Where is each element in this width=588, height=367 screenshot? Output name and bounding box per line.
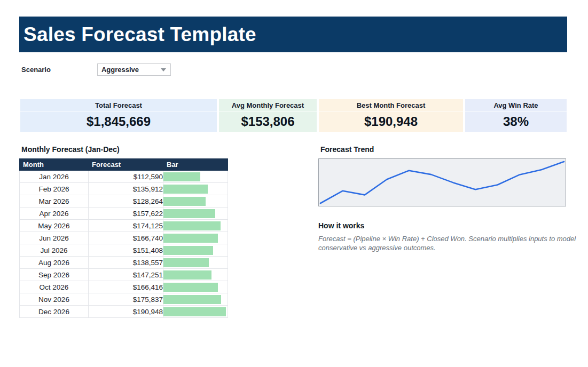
forecast-cell: $112,590 xyxy=(89,171,163,183)
kpi-card-best-month-forecast: Best Month Forecast $190,948 xyxy=(319,99,463,132)
bar-cell xyxy=(163,171,228,183)
scenario-dropdown[interactable]: Aggressive xyxy=(97,63,171,76)
kpi-label: Best Month Forecast xyxy=(319,99,463,111)
value-bar xyxy=(163,172,200,181)
kpi-value: $190,948 xyxy=(319,111,463,132)
page: Sales Forecast Template Scenario Aggress… xyxy=(0,0,588,367)
table-row: Feb 2026$135,912 xyxy=(20,183,228,195)
month-cell: Jun 2026 xyxy=(20,232,89,244)
bar-cell xyxy=(163,281,228,293)
bar-cell xyxy=(163,293,228,306)
month-cell: May 2026 xyxy=(20,220,89,232)
kpi-label: Avg Win Rate xyxy=(465,99,567,111)
forecast-cell: $138,557 xyxy=(89,257,163,269)
scenario-label: Scenario xyxy=(19,66,51,74)
forecast-cell: $166,740 xyxy=(89,232,163,244)
trend-line-svg xyxy=(319,159,566,206)
bar-cell xyxy=(163,257,228,269)
kpi-value: $153,806 xyxy=(219,111,317,132)
value-bar xyxy=(163,270,211,280)
forecast-cell: $151,408 xyxy=(89,244,163,257)
kpi-value: $1,845,669 xyxy=(20,111,217,132)
table-row: May 2026$174,125 xyxy=(20,220,228,232)
table-row: Mar 2026$128,264 xyxy=(20,195,228,208)
value-bar xyxy=(163,283,218,292)
month-cell: Apr 2026 xyxy=(20,208,89,220)
month-cell: Jul 2026 xyxy=(20,244,89,257)
value-bar xyxy=(163,307,226,316)
app-header: Sales Forecast Template xyxy=(19,17,567,52)
table-row: Sep 2026$147,251 xyxy=(20,269,228,281)
bar-cell xyxy=(163,306,228,318)
bar-cell xyxy=(163,195,228,208)
forecast-cell: $174,125 xyxy=(89,220,163,232)
column-header-month: Month xyxy=(20,159,89,171)
forecast-cell: $157,622 xyxy=(89,208,163,220)
page-title: Sales Forecast Template xyxy=(23,23,256,46)
forecast-trend-title: Forecast Trend xyxy=(318,145,584,154)
value-bar xyxy=(163,234,218,243)
table-row: Dec 2026$190,948 xyxy=(20,306,228,318)
table-header-row: Month Forecast Bar xyxy=(20,159,228,171)
value-bar xyxy=(163,295,221,304)
forecast-cell: $190,948 xyxy=(89,306,163,318)
value-bar xyxy=(163,258,209,267)
bar-cell xyxy=(163,208,228,220)
month-cell: Feb 2026 xyxy=(20,183,89,195)
bar-cell xyxy=(163,269,228,281)
how-it-works-body: Forecast = (Pipeline × Win Rate) + Close… xyxy=(318,234,584,252)
value-bar xyxy=(163,246,213,255)
table-row: Jan 2026$112,590 xyxy=(20,171,228,183)
kpi-card-avg-monthly-forecast: Avg Monthly Forecast $153,806 xyxy=(219,99,317,132)
forecast-cell: $128,264 xyxy=(89,195,163,208)
scenario-row: Scenario Aggressive xyxy=(19,63,567,76)
chevron-down-icon xyxy=(161,68,166,71)
forecast-trend-chart xyxy=(318,158,566,206)
table-row: Oct 2026$166,416 xyxy=(20,281,228,293)
value-bar xyxy=(163,209,215,218)
kpi-card-avg-win-rate: Avg Win Rate 38% xyxy=(465,99,567,132)
table-row: Jun 2026$166,740 xyxy=(20,232,228,244)
column-header-forecast: Forecast xyxy=(89,159,163,171)
forecast-cell: $147,251 xyxy=(89,269,163,281)
month-cell: Dec 2026 xyxy=(20,306,89,318)
monthly-forecast-section: Monthly Forecast (Jan-Dec) Month Forecas… xyxy=(19,145,228,318)
month-cell: Oct 2026 xyxy=(20,281,89,293)
month-cell: Sep 2026 xyxy=(20,269,89,281)
table-row: Jul 2026$151,408 xyxy=(20,244,228,257)
bar-cell xyxy=(163,220,228,232)
month-cell: Nov 2026 xyxy=(20,293,89,306)
table-row: Aug 2026$138,557 xyxy=(20,257,228,269)
bar-cell xyxy=(163,244,228,257)
bar-cell xyxy=(163,232,228,244)
value-bar xyxy=(163,197,206,206)
forecast-table-body: Jan 2026$112,590Feb 2026$135,912Mar 2026… xyxy=(20,171,228,318)
kpi-label: Total Forecast xyxy=(20,99,217,111)
month-cell: Mar 2026 xyxy=(20,195,89,208)
kpi-row: Total Forecast $1,845,669 Avg Monthly Fo… xyxy=(19,99,567,132)
trend-line xyxy=(320,162,564,203)
scenario-selected-value: Aggressive xyxy=(101,66,139,74)
forecast-cell: $175,837 xyxy=(89,293,163,306)
table-row: Nov 2026$175,837 xyxy=(20,293,228,306)
kpi-value: 38% xyxy=(465,111,567,132)
table-row: Apr 2026$157,622 xyxy=(20,208,228,220)
kpi-card-total-forecast: Total Forecast $1,845,669 xyxy=(20,99,217,132)
forecast-table: Month Forecast Bar Jan 2026$112,590Feb 2… xyxy=(19,158,228,318)
monthly-forecast-title: Monthly Forecast (Jan-Dec) xyxy=(19,145,228,154)
forecast-cell: $135,912 xyxy=(89,183,163,195)
trend-section: Forecast Trend How it works Forecast = (… xyxy=(318,145,584,318)
month-cell: Jan 2026 xyxy=(20,171,89,183)
value-bar xyxy=(163,185,208,194)
kpi-label: Avg Monthly Forecast xyxy=(219,99,317,111)
forecast-cell: $166,416 xyxy=(89,281,163,293)
month-cell: Aug 2026 xyxy=(20,257,89,269)
column-header-bar: Bar xyxy=(163,159,228,171)
how-it-works-title: How it works xyxy=(318,221,584,230)
bar-cell xyxy=(163,183,228,195)
value-bar xyxy=(163,221,221,230)
